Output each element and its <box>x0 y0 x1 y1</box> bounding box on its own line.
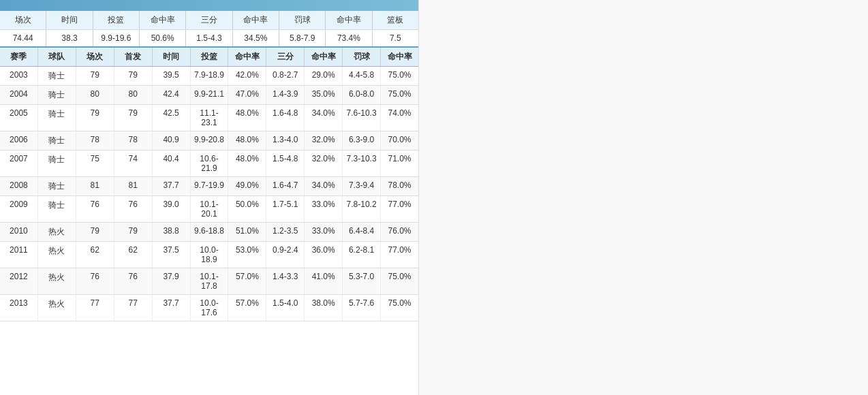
col-header-cell: 三分 <box>266 48 305 66</box>
table-cell: 1.6-4.8 <box>266 105 305 131</box>
table-cell: 2006 <box>0 131 38 150</box>
table-cell: 7.3-10.3 <box>343 151 381 176</box>
table-row: 2003骑士797939.57.9-18.942.0%0.8-2.729.0%4… <box>0 67 418 86</box>
table-cell: 75 <box>76 151 114 176</box>
table-cell: 50.0% <box>228 196 266 222</box>
table-cell: 78.0% <box>381 177 418 195</box>
table-cell: 76 <box>76 196 114 222</box>
table-cell: 10.0-17.6 <box>191 295 229 321</box>
table-cell: 81 <box>76 177 114 195</box>
table-cell: 10.0-18.9 <box>191 242 229 268</box>
table-row: 2011热火626237.510.0-18.953.0%0.9-2.436.0%… <box>0 242 418 268</box>
table-cell: 骑士 <box>38 177 76 195</box>
col-header-cell: 场次 <box>76 48 114 66</box>
table-cell: 9.9-20.8 <box>191 131 229 150</box>
table-cell: 0.9-2.4 <box>266 242 305 268</box>
table-cell: 74.0% <box>381 105 418 131</box>
table-cell: 骑士 <box>38 67 76 85</box>
table-row: 2013热火777737.710.0-17.657.0%1.5-4.038.0%… <box>0 295 418 321</box>
summary-header-cell: 篮板 <box>373 11 418 29</box>
table-cell: 热火 <box>38 295 76 321</box>
table-cell: 34.0% <box>305 105 343 131</box>
table-cell: 5.7-7.6 <box>343 295 381 321</box>
col-header-cell: 命中率 <box>381 48 418 66</box>
table-cell: 2010 <box>0 223 38 241</box>
table-cell: 0.8-2.7 <box>266 67 305 85</box>
table-cell: 79 <box>76 67 114 85</box>
table-cell: 骑士 <box>38 131 76 150</box>
table-cell: 32.0% <box>305 131 343 150</box>
table-cell: 2013 <box>0 295 38 321</box>
summary-header-cell: 命中率 <box>326 11 372 29</box>
summary-header-cell: 三分 <box>186 11 232 29</box>
table-cell: 79 <box>76 223 114 241</box>
summary-value-cell: 1.5-4.3 <box>186 30 232 46</box>
summary-value-cell: 34.5% <box>233 30 279 46</box>
table-cell: 9.9-21.1 <box>191 86 229 104</box>
table-cell: 2007 <box>0 151 38 176</box>
table-cell: 6.2-8.1 <box>343 242 381 268</box>
col-header-cell: 命中率 <box>228 48 266 66</box>
table-cell: 1.2-3.5 <box>266 223 305 241</box>
table-cell: 骑士 <box>38 151 76 176</box>
table-row: 2006骑士787840.99.9-20.848.0%1.3-4.032.0%6… <box>0 131 418 151</box>
table-cell: 2008 <box>0 177 38 195</box>
table-row: 2012热火767637.910.1-17.857.0%1.4-3.341.0%… <box>0 268 418 295</box>
summary-header-cell: 罚球 <box>279 11 326 29</box>
table-cell: 1.7-5.1 <box>266 196 305 222</box>
col-header-cell: 命中率 <box>305 48 343 66</box>
table-cell: 骑士 <box>38 105 76 131</box>
table-cell: 75.0% <box>381 268 418 294</box>
table-cell: 1.5-4.0 <box>266 295 305 321</box>
table-cell: 骑士 <box>38 196 76 222</box>
col-header-cell: 投篮 <box>191 48 229 66</box>
table-cell: 2005 <box>0 105 38 131</box>
table-row: 2005骑士797942.511.1-23.148.0%1.6-4.834.0%… <box>0 105 418 131</box>
table-cell: 75.0% <box>381 86 418 104</box>
summary-value-cell: 50.6% <box>140 30 186 46</box>
table-cell: 5.3-7.0 <box>343 268 381 294</box>
col-header-cell: 赛季 <box>0 48 38 66</box>
table-cell: 81 <box>114 177 153 195</box>
table-row: 2004骑士808042.49.9-21.147.0%1.4-3.935.0%6… <box>0 86 418 105</box>
summary-value-cell: 73.4% <box>326 30 372 46</box>
table-cell: 2004 <box>0 86 38 104</box>
table-cell: 9.7-19.9 <box>191 177 229 195</box>
summary-header-cell: 投篮 <box>93 11 140 29</box>
table-cell: 77 <box>114 295 153 321</box>
table-cell: 10.1-20.1 <box>191 196 229 222</box>
summary-value-cell: 9.9-19.6 <box>93 30 140 46</box>
right-panel <box>419 0 868 395</box>
table-cell: 79 <box>114 67 153 85</box>
table-cell: 71.0% <box>381 151 418 176</box>
table-cell: 10.6-21.9 <box>191 151 229 176</box>
table-cell: 热火 <box>38 242 76 268</box>
table-cell: 2011 <box>0 242 38 268</box>
table-cell: 热火 <box>38 268 76 294</box>
table-cell: 2009 <box>0 196 38 222</box>
table-cell: 75.0% <box>381 295 418 321</box>
summary-value-cell: 7.5 <box>373 30 418 46</box>
table-cell: 6.0-8.0 <box>343 86 381 104</box>
table-cell: 39.0 <box>153 196 191 222</box>
table-cell: 79 <box>114 223 153 241</box>
summary-header-cell: 时间 <box>46 11 93 29</box>
table-cell: 33.0% <box>305 196 343 222</box>
table-cell: 79 <box>114 105 153 131</box>
table-cell: 80 <box>76 86 114 104</box>
table-cell: 42.0% <box>228 67 266 85</box>
table-cell: 热火 <box>38 223 76 241</box>
summary-header-row: 场次时间投篮命中率三分命中率罚球命中率篮板 <box>0 11 418 30</box>
table-cell: 38.8 <box>153 223 191 241</box>
table-cell: 37.5 <box>153 242 191 268</box>
table-cell: 80 <box>114 86 153 104</box>
table-cell: 79 <box>76 105 114 131</box>
table-row: 2007骑士757440.410.6-21.948.0%1.5-4.832.0%… <box>0 151 418 177</box>
table-cell: 76.0% <box>381 223 418 241</box>
summary-header-cell: 场次 <box>0 11 46 29</box>
table-cell: 42.4 <box>153 86 191 104</box>
summary-value-cell: 5.8-7.9 <box>279 30 326 46</box>
table-cell: 1.6-4.7 <box>266 177 305 195</box>
table-cell: 2003 <box>0 67 38 85</box>
data-table: 2003骑士797939.57.9-18.942.0%0.8-2.729.0%4… <box>0 67 418 321</box>
